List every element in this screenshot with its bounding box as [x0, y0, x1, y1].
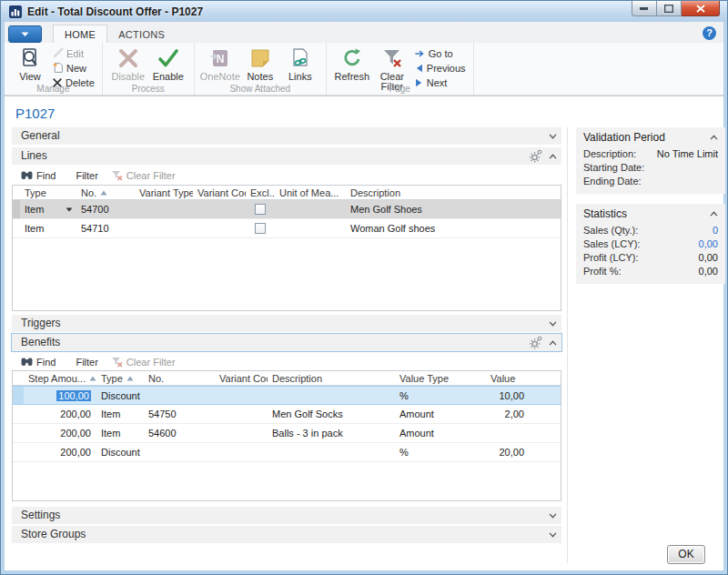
notes-button[interactable]: Notes [240, 45, 280, 82]
factbox-field-value[interactable]: 0,00 [699, 237, 718, 251]
table-row[interactable]: Item54710Woman Golf shoes [13, 219, 561, 238]
cell-value_type[interactable]: Amount [395, 424, 486, 442]
cell-variant_code[interactable] [193, 219, 246, 237]
close-button[interactable] [682, 1, 720, 16]
cell-value[interactable] [486, 424, 530, 442]
cell-variant_code[interactable] [215, 424, 268, 442]
lines-filter-button[interactable]: Filter [72, 170, 97, 181]
cell-variant_code[interactable] [193, 200, 246, 218]
lines-clear-filter-button[interactable]: Clear Filter [111, 170, 176, 181]
application-menu-button[interactable] [8, 25, 42, 43]
gear-icon[interactable] [529, 149, 542, 163]
cell-value[interactable]: 2,00 [486, 405, 530, 423]
section-general[interactable]: General [12, 127, 561, 145]
column-header-excl[interactable]: Excl... [246, 187, 275, 198]
links-button[interactable]: Links [280, 45, 320, 82]
section-triggers[interactable]: Triggers [12, 315, 561, 332]
chevron-down-icon[interactable] [549, 532, 557, 538]
help-icon[interactable]: ? [703, 26, 716, 40]
cell-no[interactable]: 54600 [144, 424, 215, 442]
cell-step_amount[interactable]: 100,00 [24, 387, 96, 404]
go-to-button[interactable]: Go to [414, 46, 466, 60]
cell-excl[interactable] [246, 219, 275, 237]
benefits-clear-filter-button[interactable]: Clear Filter [111, 357, 176, 368]
cell-no[interactable]: 54700 [76, 200, 135, 218]
table-row[interactable]: 200,00Discount%20,00 [13, 443, 561, 462]
cell-description[interactable] [268, 387, 395, 404]
column-header-variant_code[interactable]: Variant Code [193, 187, 246, 198]
cell-step_amount[interactable]: 200,00 [24, 443, 96, 461]
chevron-up-icon[interactable] [710, 211, 718, 217]
previous-button[interactable]: Previous [414, 61, 466, 75]
combo-down-icon[interactable] [66, 207, 73, 212]
cell-no[interactable] [144, 387, 215, 404]
cell-step_amount[interactable]: 200,00 [24, 405, 96, 423]
cell-variant_code[interactable] [215, 387, 268, 404]
lines-find-button[interactable]: Find [21, 170, 56, 181]
disable-button[interactable]: Disable [108, 45, 148, 82]
benefits-find-button[interactable]: Find [21, 357, 56, 368]
cell-value[interactable]: 20,00 [486, 443, 530, 461]
table-row[interactable]: 200,00Item54600Balls - 3 in packAmount [13, 424, 561, 443]
column-header-uom[interactable]: Unit of Mea... [275, 187, 346, 198]
cell-variant_code[interactable] [215, 405, 268, 423]
row-selector[interactable] [13, 405, 24, 423]
edit-button[interactable]: Edit [52, 46, 95, 60]
factbox-statistics-header[interactable]: Statistics [576, 204, 725, 224]
cell-step_amount[interactable]: 200,00 [24, 424, 96, 442]
column-header-no[interactable]: No. [144, 373, 215, 384]
column-header-type[interactable]: Type [20, 187, 76, 198]
factbox-validation-period-header[interactable]: Validation Period [576, 127, 725, 147]
chevron-down-icon[interactable] [549, 134, 557, 139]
cell-type[interactable]: Item [96, 405, 144, 423]
chevron-up-icon[interactable] [549, 154, 557, 159]
cell-value_type[interactable]: % [395, 387, 486, 404]
section-benefits[interactable]: Benefits [12, 334, 561, 351]
column-header-no[interactable]: No. [76, 187, 135, 198]
column-header-description[interactable]: Description [346, 187, 561, 198]
gear-icon[interactable] [529, 336, 542, 349]
ok-button[interactable]: OK [667, 545, 705, 564]
cell-description[interactable] [268, 443, 395, 461]
tab-home[interactable]: HOME [53, 25, 107, 43]
cell-type[interactable]: Discount [96, 387, 144, 404]
cell-no[interactable]: 54710 [76, 219, 135, 237]
column-header-description[interactable]: Description [268, 373, 395, 384]
table-row[interactable]: 200,00Item54750Men Golf SocksAmount2,00 [13, 405, 561, 424]
cell-variant_code[interactable] [215, 443, 268, 461]
onenote-button[interactable]: NOneNote [200, 45, 240, 82]
cell-uom[interactable] [275, 200, 346, 218]
cell-description[interactable]: Men Golf Socks [268, 405, 395, 423]
column-header-step_amount[interactable]: Step Amou... [24, 373, 96, 384]
cell-value_type[interactable]: % [395, 443, 486, 461]
cell-type[interactable]: Item [20, 219, 76, 237]
section-lines[interactable]: Lines [12, 147, 561, 165]
cell-description[interactable]: Balls - 3 in pack [268, 424, 395, 442]
column-header-value[interactable]: Value [486, 373, 530, 384]
cell-uom[interactable] [275, 219, 346, 237]
factbox-field-value[interactable]: 0 [713, 224, 718, 237]
row-selector[interactable] [13, 200, 20, 218]
cell-value[interactable]: 10,00 [486, 387, 530, 404]
column-header-variant_type[interactable]: Variant Type [135, 187, 193, 198]
column-header-variant_code[interactable]: Variant Code [215, 373, 268, 384]
factbox-splitter[interactable] [567, 127, 568, 563]
chevron-down-icon[interactable] [549, 513, 557, 519]
cell-variant_type[interactable] [135, 219, 193, 237]
maximize-button[interactable] [657, 1, 682, 16]
enable-button[interactable]: Enable [148, 45, 188, 82]
row-selector[interactable] [13, 387, 24, 404]
section-store-groups[interactable]: Store Groups [12, 526, 561, 543]
chevron-up-icon[interactable] [710, 135, 718, 140]
section-settings[interactable]: Settings [12, 507, 561, 524]
checkbox[interactable] [255, 204, 266, 215]
row-selector[interactable] [13, 424, 24, 442]
row-selector[interactable] [13, 443, 24, 461]
benefits-filter-button[interactable]: Filter [72, 357, 97, 368]
table-row[interactable]: Item54700Men Golf Shoes [13, 200, 561, 219]
checkbox[interactable] [255, 223, 266, 234]
cell-excl[interactable] [246, 200, 275, 218]
cell-no[interactable]: 54750 [144, 405, 215, 423]
chevron-down-icon[interactable] [549, 321, 557, 327]
minimize-button[interactable] [632, 1, 657, 16]
